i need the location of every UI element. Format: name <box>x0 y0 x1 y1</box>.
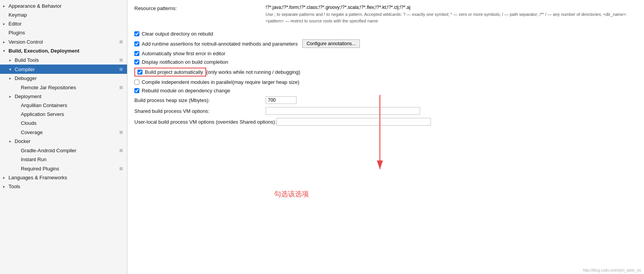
sidebar-label-gradle-android: Gradle-Android Compiler <box>21 148 118 153</box>
checkbox-row-compile-independent: Compile independent modules in parallel(… <box>134 79 636 85</box>
checkbox-label-auto-show-error: Automatically show first error in editor <box>142 51 225 56</box>
watermark: http://blog.csdn.net/xlyin_stein_mi <box>583 268 641 272</box>
checkbox-row-rebuild-module: Rebuild module on dependency change <box>134 88 636 94</box>
settings-content: Resource patterns: !?*.java;!?*.form;!?*… <box>127 0 644 274</box>
sidebar-label-appearance: Appearance & Behavior <box>8 3 124 9</box>
checkbox-label-build-project-auto: Build project automatically <box>145 69 203 75</box>
checkbox-display-notification[interactable] <box>134 60 139 65</box>
checkbox-row-auto-show-error: Automatically show first error in editor <box>134 51 636 56</box>
resource-patterns-section: !?*.java;!?*.form;!?*.class;!?*.groovy;!… <box>266 5 636 28</box>
pin-icon-version-control: ⊞ <box>118 39 124 45</box>
checkbox-auto-show-error[interactable] <box>134 51 139 56</box>
settings-sidebar: ▸Appearance & BehaviorKeymap▸EditorPlugi… <box>0 0 127 274</box>
sidebar-label-debugger: Debugger <box>15 75 124 81</box>
checkbox-row-display-notification: Display notification on build completion <box>134 59 636 65</box>
sidebar-label-instant-run: Instant Run <box>21 157 124 162</box>
sidebar-item-compiler[interactable]: ▾Compiler⊞ <box>0 65 127 74</box>
sidebar-item-gradle-android[interactable]: Gradle-Android Compiler⊞ <box>0 146 127 155</box>
pin-icon-compiler: ⊞ <box>118 66 124 72</box>
sidebar-label-build-tools: Build Tools <box>15 57 118 63</box>
sidebar-label-docker: Docker <box>15 138 124 144</box>
sidebar-arrow-build-execution: ▾ <box>3 49 8 53</box>
checkboxes-container: Clear output directory on rebuildAdd run… <box>134 31 636 94</box>
checkbox-label-clear-output: Clear output directory on rebuild <box>142 31 213 37</box>
sidebar-label-tools: Tools <box>8 184 124 189</box>
sidebar-item-coverage[interactable]: Coverage⊞ <box>0 128 127 137</box>
sidebar-label-coverage: Coverage <box>21 129 118 135</box>
checkbox-row-build-project-auto: Build project automatically(only works w… <box>134 68 636 77</box>
sidebar-item-keymap[interactable]: Keymap <box>0 10 127 19</box>
checkbox-row-clear-output: Clear output directory on rebuild <box>134 31 636 37</box>
sidebar-item-appearance[interactable]: ▸Appearance & Behavior <box>0 2 127 10</box>
sidebar-label-version-control: Version Control <box>8 39 118 45</box>
sidebar-label-plugins: Plugins <box>8 30 124 36</box>
sidebar-item-docker[interactable]: ▸Docker <box>0 137 127 146</box>
user-local-vm-input[interactable] <box>276 118 431 126</box>
sidebar-label-compiler: Compiler <box>15 66 118 72</box>
sidebar-label-app-servers: Application Servers <box>21 111 124 117</box>
sidebar-item-debugger[interactable]: ▸Debugger <box>0 74 127 83</box>
sidebar-arrow-debugger: ▸ <box>9 76 15 80</box>
pin-icon-build-tools: ⊞ <box>118 57 124 63</box>
sidebar-label-remote-jar: Remote Jar Repositories <box>21 85 118 90</box>
sidebar-item-build-tools[interactable]: ▸Build Tools⊞ <box>0 55 127 65</box>
checkbox-add-runtime[interactable] <box>134 41 139 46</box>
sidebar-item-build-execution[interactable]: ▾Build, Execution, Deployment <box>0 46 127 55</box>
sidebar-item-remote-jar[interactable]: Remote Jar Repositories⊞ <box>0 83 127 92</box>
sidebar-label-build-execution: Build, Execution, Deployment <box>8 48 124 54</box>
checkbox-compile-independent[interactable] <box>134 80 139 85</box>
sidebar-label-clouds: Clouds <box>21 120 124 126</box>
checkbox-label-add-runtime: Add runtime assertions for notnull-annot… <box>142 41 298 47</box>
heap-size-row: Build process heap size (Mbytes): <box>134 96 636 104</box>
shared-vm-label: Shared build process VM options: <box>134 108 266 114</box>
sidebar-item-required-plugins[interactable]: Required Plugins⊞ <box>0 164 127 173</box>
resource-patterns-row: Resource patterns: !?*.java;!?*.form;!?*… <box>134 5 636 28</box>
sidebar-label-deployment: Deployment <box>15 94 124 99</box>
heap-size-label: Build process heap size (Mbytes): <box>134 97 266 103</box>
sidebar-item-tools[interactable]: ▸Tools <box>0 182 127 191</box>
sidebar-arrow-build-tools: ▸ <box>9 58 15 62</box>
pin-icon-required-plugins: ⊞ <box>118 165 124 172</box>
sidebar-arrow-languages: ▸ <box>3 175 8 180</box>
sidebar-item-languages[interactable]: ▸Languages & Frameworks <box>0 173 127 182</box>
sidebar-arrow-version-control: ▸ <box>3 40 8 44</box>
checkbox-label-display-notification: Display notification on build completion <box>142 59 228 65</box>
sidebar-label-required-plugins: Required Plugins <box>21 166 118 172</box>
heap-size-input[interactable] <box>266 96 297 104</box>
sidebar-arrow-tools: ▸ <box>3 184 8 189</box>
shared-vm-input[interactable] <box>266 107 420 115</box>
sidebar-item-plugins[interactable]: Plugins <box>0 28 127 37</box>
sidenote-compile-independent: (may require larger heap size) <box>232 79 299 85</box>
sidenote-build-project-auto: (only works while not running / debuggin… <box>206 69 300 75</box>
sidebar-label-languages: Languages & Frameworks <box>8 175 124 180</box>
content-inner: Resource patterns: !?*.java;!?*.form;!?*… <box>134 5 636 126</box>
user-local-vm-row: User-local build process VM options (ove… <box>134 118 636 126</box>
sidebar-item-editor[interactable]: ▸Editor <box>0 19 127 28</box>
shared-vm-row: Shared build process VM options: <box>134 107 636 115</box>
checkbox-rebuild-module[interactable] <box>134 88 139 93</box>
sidebar-item-version-control[interactable]: ▸Version Control⊞ <box>0 37 127 46</box>
pin-icon-coverage: ⊞ <box>118 129 124 135</box>
configure-annotations-button[interactable]: Configure annotations... <box>302 39 360 48</box>
sidebar-item-arquillian[interactable]: Arquillian Containers <box>0 101 127 110</box>
resource-patterns-label: Resource patterns: <box>134 5 266 11</box>
sidebar-arrow-appearance: ▸ <box>3 4 8 8</box>
resource-patterns-hint: Use ; to separate patterns and ! to nega… <box>266 11 636 24</box>
content-wrapper: Resource patterns: !?*.java;!?*.form;!?*… <box>127 0 644 274</box>
checkbox-label-compile-independent: Compile independent modules in parallel <box>142 79 232 85</box>
checkbox-label-rebuild-module: Rebuild module on dependency change <box>142 88 230 94</box>
checkbox-row-add-runtime: Add runtime assertions for notnull-annot… <box>134 39 636 48</box>
sidebar-arrow-docker: ▸ <box>9 139 15 143</box>
sidebar-label-editor: Editor <box>8 21 124 27</box>
sidebar-item-app-servers[interactable]: Application Servers <box>0 110 127 119</box>
resource-patterns-value: !?*.java;!?*.form;!?*.class;!?*.groovy;!… <box>266 5 636 10</box>
sidebar-arrow-editor: ▸ <box>3 22 8 26</box>
user-local-vm-label: User-local build process VM options (ove… <box>134 119 276 125</box>
checkbox-build-project-auto[interactable] <box>137 70 142 75</box>
sidebar-item-clouds[interactable]: Clouds <box>0 119 127 128</box>
sidebar-item-deployment[interactable]: ▸Deployment <box>0 92 127 101</box>
pin-icon-gradle-android: ⊞ <box>118 147 124 153</box>
sidebar-label-arquillian: Arquillian Containers <box>21 102 124 108</box>
sidebar-item-instant-run[interactable]: Instant Run <box>0 155 127 164</box>
checkbox-clear-output[interactable] <box>134 31 139 36</box>
